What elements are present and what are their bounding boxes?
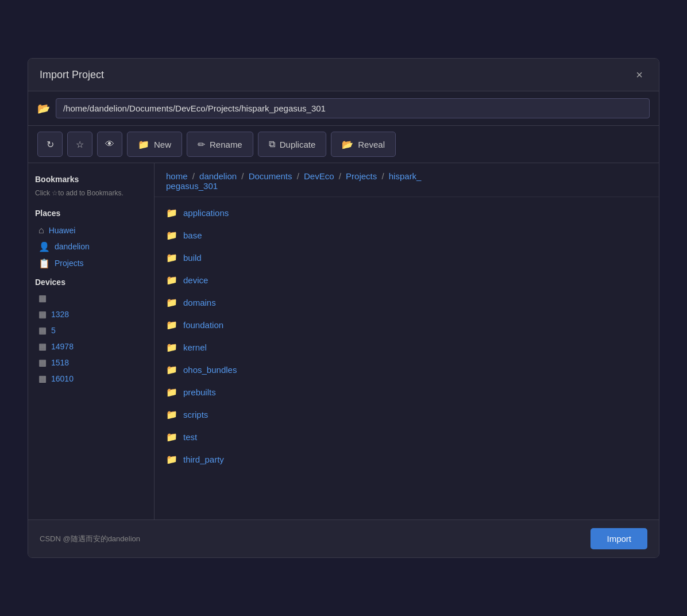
bookmark-icon: ☆ — [76, 139, 84, 150]
device-label-1: 1328 — [51, 310, 69, 319]
reveal-button[interactable]: 📂 Reveal — [331, 132, 396, 157]
folder-icon: 📁 — [166, 319, 177, 330]
sidebar-device-1518[interactable]: ▦ 1518 — [35, 355, 147, 371]
bookmark-button[interactable]: ☆ — [67, 132, 92, 157]
device-label-3: 14978 — [51, 342, 74, 351]
sidebar: Bookmarks Click ☆to add to Bookmarks. Pl… — [28, 163, 155, 519]
bookmarks-title: Bookmarks — [35, 172, 147, 186]
title-bar: Import Project × — [28, 59, 659, 91]
file-item-ohos-bundles[interactable]: 📁 ohos_bundles — [155, 359, 659, 381]
path-bar-row: 📂 — [28, 91, 659, 126]
folder-icon: 📁 — [166, 252, 177, 263]
device-icon-5: ▦ — [38, 374, 47, 384]
file-item-scripts[interactable]: 📁 scripts — [155, 403, 659, 426]
duplicate-label: Duplicate — [280, 140, 316, 149]
rename-button[interactable]: ✏ Rename — [187, 132, 253, 157]
file-item-label: ohos_bundles — [183, 365, 237, 375]
device-icon-0: ▦ — [38, 293, 47, 303]
import-button[interactable]: Import — [590, 528, 647, 549]
file-item-label: foundation — [183, 320, 223, 330]
file-item-label: third_party — [183, 455, 224, 464]
places-section: Places ⌂ Huawei 👤 dandelion 📋 Projects — [35, 206, 147, 272]
file-item-label: build — [183, 253, 202, 263]
device-icon-4: ▦ — [38, 357, 47, 368]
sidebar-device-0[interactable]: ▦ — [35, 290, 147, 306]
file-item-label: test — [183, 432, 197, 442]
user-icon: 👤 — [38, 241, 50, 252]
file-list: 📁 applications 📁 base 📁 build 📁 device 📁 — [155, 197, 659, 475]
reveal-label: Reveal — [358, 140, 385, 149]
breadcrumb-documents[interactable]: Documents — [249, 171, 292, 181]
bookmarks-section: Bookmarks Click ☆to add to Bookmarks. — [35, 172, 147, 198]
device-icon-1: ▦ — [38, 309, 47, 319]
path-folder-icon: 📂 — [37, 102, 50, 115]
file-item-foundation[interactable]: 📁 foundation — [155, 314, 659, 336]
sidebar-device-14978[interactable]: ▦ 14978 — [35, 338, 147, 355]
watermark-text: CSDN @随遇而安的dandelion — [40, 534, 140, 544]
folder-icon: 📁 — [166, 409, 177, 420]
device-icon-2: ▦ — [38, 325, 47, 336]
new-label: New — [154, 140, 171, 149]
sidebar-item-dandelion[interactable]: 👤 dandelion — [35, 238, 147, 255]
sidebar-item-projects[interactable]: 📋 Projects — [35, 255, 147, 272]
folder-icon: 📁 — [166, 454, 177, 465]
device-label-5: 16010 — [51, 374, 74, 383]
breadcrumb-dandelion[interactable]: dandelion — [199, 171, 237, 181]
file-item-kernel[interactable]: 📁 kernel — [155, 336, 659, 359]
file-item-applications[interactable]: 📁 applications — [155, 202, 659, 224]
folder-icon: 📁 — [166, 387, 177, 398]
reveal-icon: 📂 — [342, 139, 353, 150]
dialog-title: Import Project — [40, 69, 104, 81]
breadcrumb-home[interactable]: home — [166, 171, 188, 181]
file-item-label: scripts — [183, 410, 208, 419]
file-item-label: domains — [183, 298, 216, 307]
file-item-label: device — [183, 275, 208, 285]
breadcrumb-deveco[interactable]: DevEco — [304, 171, 334, 181]
breadcrumb-projects[interactable]: Projects — [346, 171, 377, 181]
new-button[interactable]: 📁 New — [127, 132, 182, 157]
folder-icon: 📁 — [166, 297, 177, 308]
main-area: Bookmarks Click ☆to add to Bookmarks. Pl… — [28, 163, 659, 519]
file-item-device[interactable]: 📁 device — [155, 269, 659, 291]
device-label-2: 5 — [51, 326, 56, 335]
folder-icon: 📁 — [166, 432, 177, 442]
eye-button[interactable]: 👁 — [97, 132, 122, 157]
refresh-icon: ↻ — [47, 139, 54, 150]
duplicate-icon: ⧉ — [269, 139, 275, 149]
sidebar-item-label: dandelion — [55, 242, 90, 251]
file-item-prebuilts[interactable]: 📁 prebuilts — [155, 381, 659, 403]
duplicate-button[interactable]: ⧉ Duplicate — [258, 132, 327, 157]
sidebar-device-16010[interactable]: ▦ 16010 — [35, 371, 147, 387]
devices-title: Devices — [35, 278, 147, 287]
file-item-base[interactable]: 📁 base — [155, 224, 659, 247]
new-folder-icon: 📁 — [138, 139, 149, 150]
path-input[interactable] — [56, 98, 650, 118]
sidebar-item-label: Projects — [55, 259, 84, 268]
close-button[interactable]: × — [631, 67, 647, 83]
places-title: Places — [35, 206, 147, 220]
folder-icon: 📁 — [166, 207, 177, 218]
device-label-4: 1518 — [51, 358, 69, 367]
file-item-test[interactable]: 📁 test — [155, 426, 659, 448]
folder-icon: 📁 — [166, 275, 177, 286]
dialog-footer: CSDN @随遇而安的dandelion Import — [28, 519, 659, 557]
refresh-button[interactable]: ↻ — [37, 132, 63, 157]
file-item-build[interactable]: 📁 build — [155, 247, 659, 269]
file-item-third-party[interactable]: 📁 third_party — [155, 448, 659, 471]
bookmarks-hint: Click ☆to add to Bookmarks. — [35, 188, 147, 198]
file-item-label: base — [183, 230, 202, 240]
devices-section: Devices ▦ ▦ 1328 ▦ 5 ▦ 14978 — [35, 278, 147, 387]
folder-icon: 📁 — [166, 230, 177, 241]
sidebar-item-huawei[interactable]: ⌂ Huawei — [35, 222, 147, 238]
file-item-domains[interactable]: 📁 domains — [155, 291, 659, 314]
folder-icon: 📁 — [166, 342, 177, 353]
sidebar-device-1328[interactable]: ▦ 1328 — [35, 306, 147, 322]
device-icon-3: ▦ — [38, 341, 47, 352]
folder-icon: 📁 — [166, 364, 177, 375]
projects-icon: 📋 — [38, 258, 50, 269]
breadcrumb: home / dandelion / Documents / DevEco / … — [155, 163, 659, 197]
sidebar-device-5[interactable]: ▦ 5 — [35, 322, 147, 338]
home-icon: ⌂ — [38, 225, 44, 236]
import-project-dialog: Import Project × 📂 ↻ ☆ 👁 📁 New ✏ Rename … — [28, 58, 659, 558]
file-item-label: kernel — [183, 342, 207, 352]
